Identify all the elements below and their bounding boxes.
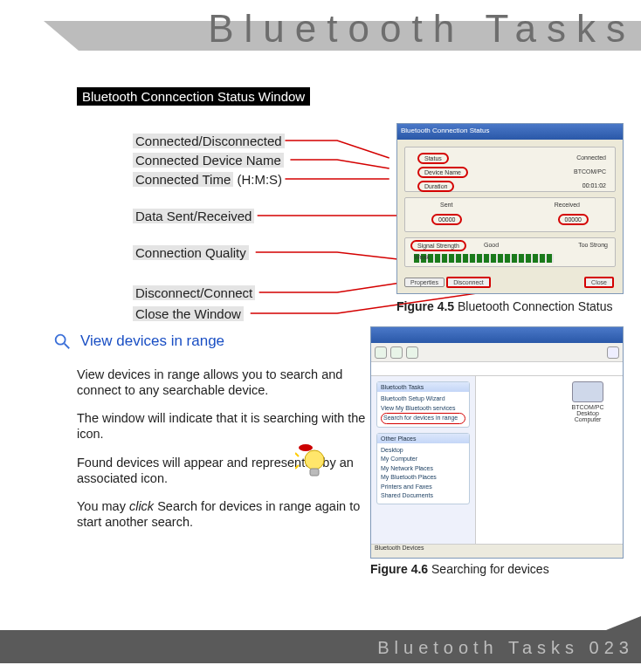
svg-point-2: [299, 444, 313, 451]
svg-line-5: [295, 453, 299, 456]
callout-connected-time: Connected Time (H:M:S): [133, 172, 282, 187]
other-places-panel: Other Places Desktop My Computer My Netw…: [376, 433, 470, 504]
recv-label: Received: [555, 202, 580, 208]
status-group: Status Device Name Duration Connected BT…: [404, 147, 616, 192]
found-device[interactable]: BTCOM/PC Desktop Computer: [567, 381, 609, 422]
explorer-window: Bluetooth Tasks Bluetooth Setup Wizard V…: [370, 326, 624, 559]
status-value: Connected: [576, 154, 606, 161]
lower-section: View devices in range View devices in ra…: [77, 332, 624, 530]
device-pill: Device Name: [417, 167, 468, 178]
back-button[interactable]: [375, 346, 387, 359]
signal-pill: Signal Strength: [410, 240, 466, 251]
svg-rect-4: [310, 469, 319, 476]
place-desktop[interactable]: Desktop: [381, 446, 465, 456]
up-button[interactable]: [406, 346, 418, 359]
callout-block: Connected/Disconnected Connected Device …: [77, 128, 624, 329]
figure-4-5: Bluetooth Connection Status Status Devic…: [396, 123, 624, 313]
properties-button[interactable]: Properties: [404, 278, 445, 287]
header-title: Bluetooth Tasks: [208, 7, 636, 51]
other-places-header: Other Places: [377, 434, 469, 443]
signal-group: Signal Strength Good Too Strong Weak: [404, 237, 616, 267]
signal-bars: [414, 254, 554, 263]
window-titlebar: Bluetooth Connection Status: [397, 124, 623, 140]
signal-good: Good: [484, 242, 499, 248]
signal-weak: Weak: [414, 254, 430, 260]
callout-close: Close the Window: [133, 306, 244, 321]
explorer-statusbar: Bluetooth Devices: [371, 544, 623, 558]
forward-button[interactable]: [390, 346, 403, 359]
views-button[interactable]: [607, 346, 619, 359]
activity-group: Sent Received 00000 00000: [404, 197, 616, 232]
disconnect-button[interactable]: Disconnect: [446, 277, 491, 288]
bluetooth-tasks-header: Bluetooth Tasks: [377, 382, 469, 392]
place-network[interactable]: My Network Places: [381, 464, 465, 474]
place-shared[interactable]: Shared Documents: [381, 491, 465, 501]
callout-disconnect: Disconnect/Connect: [133, 285, 255, 300]
svg-point-0: [56, 335, 65, 345]
place-printers[interactable]: Printers and Faxes: [381, 483, 465, 492]
svg-point-3: [305, 450, 324, 470]
status-pill: Status: [417, 153, 449, 164]
svg-line-6: [295, 465, 299, 469]
figure-4-5-caption: Figure 4.5 Bluetooth Connection Status: [396, 299, 624, 313]
signal-strong: Too Strong: [578, 242, 608, 248]
sent-pill: 00000: [431, 214, 462, 225]
task-setup-wizard[interactable]: Bluetooth Setup Wizard: [381, 394, 465, 404]
page-header: Bluetooth Tasks: [0, 9, 641, 58]
paragraph-2: The window will indicate that it is sear…: [77, 410, 374, 442]
task-search-devices[interactable]: Search for devices in range: [381, 413, 465, 424]
recv-pill: 00000: [558, 214, 589, 225]
figure-4-6: Bluetooth Tasks Bluetooth Setup Wizard V…: [370, 326, 624, 576]
duration-pill: Duration: [417, 181, 454, 192]
place-computer[interactable]: My Computer: [381, 455, 465, 464]
paragraph-4: You may click Search for devices in rang…: [77, 498, 374, 530]
paragraph-3: Found devices will appear and represente…: [77, 455, 374, 486]
callout-data-sent: Data Sent/Received: [133, 209, 254, 223]
view-devices-label: View devices in range: [80, 333, 224, 350]
callout-conn-quality: Connection Quality: [133, 245, 249, 260]
task-view-services[interactable]: View My Bluetooth services: [381, 404, 465, 414]
lightbulb-icon: [295, 441, 327, 479]
explorer-sidebar: Bluetooth Tasks Bluetooth Setup Wizard V…: [371, 376, 476, 558]
callout-device-name: Connected Device Name: [133, 153, 284, 168]
search-icon: [52, 332, 72, 351]
place-bluetooth[interactable]: My Bluetooth Places: [381, 473, 465, 483]
connection-status-window: Bluetooth Connection Status Status Devic…: [396, 123, 624, 294]
paragraph-1: View devices in range allows you to sear…: [77, 367, 374, 398]
explorer-toolbar: [371, 343, 623, 362]
device-name: BTCOM/PC: [567, 404, 609, 410]
callout-connected: Connected/Disconnected: [133, 134, 285, 148]
address-bar[interactable]: [371, 362, 623, 376]
close-button[interactable]: Close: [584, 277, 614, 288]
sent-label: Sent: [440, 202, 452, 208]
device-value: BTCOM/PC: [574, 168, 606, 175]
button-row: Properties Disconnect: [404, 277, 491, 288]
duration-value: 00:01:02: [582, 182, 606, 189]
page-footer: Bluetooth Tasks 023: [0, 630, 641, 663]
computer-icon: [572, 381, 603, 402]
content-area: Bluetooth Conncection Status Window Conn…: [77, 87, 624, 329]
explorer-titlebar: [371, 327, 623, 343]
bluetooth-tasks-panel: Bluetooth Tasks Bluetooth Setup Wizard V…: [376, 381, 470, 428]
footer-text: Bluetooth Tasks 023: [377, 638, 634, 658]
figure-4-6-caption: Figure 4.6 Searching for devices: [370, 562, 624, 576]
svg-line-1: [65, 344, 70, 349]
section-heading: Bluetooth Conncection Status Window: [77, 87, 310, 106]
explorer-main: BTCOM/PC Desktop Computer: [476, 376, 623, 542]
device-sub: Desktop Computer: [567, 410, 609, 422]
